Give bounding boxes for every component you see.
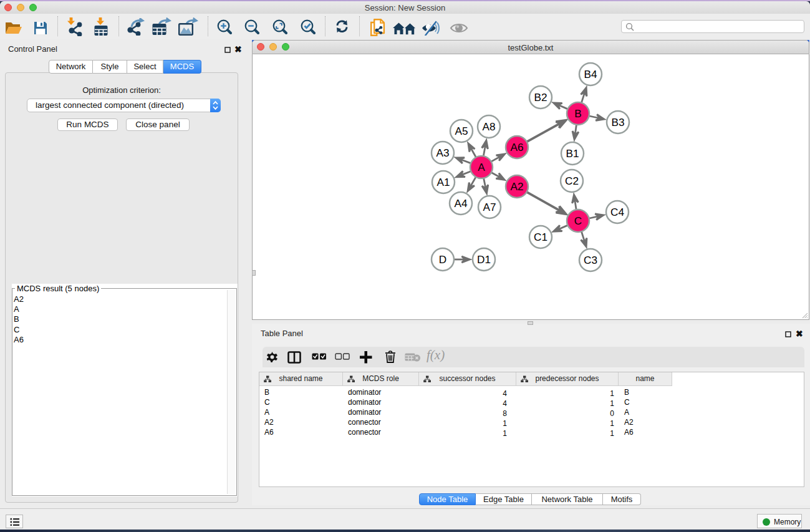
svg-text:A1: A1	[436, 176, 450, 188]
svg-text:C4: C4	[610, 206, 624, 218]
svg-text:C3: C3	[584, 254, 597, 266]
svg-text:C2: C2	[565, 175, 579, 187]
svg-text:A2: A2	[510, 180, 523, 193]
svg-text:A3: A3	[436, 147, 449, 159]
svg-text:B3: B3	[611, 116, 624, 128]
svg-text:A6: A6	[510, 141, 523, 153]
svg-text:D: D	[439, 253, 446, 266]
svg-text:A7: A7	[483, 201, 496, 213]
svg-text:B: B	[574, 107, 581, 120]
svg-text:A5: A5	[455, 125, 468, 137]
svg-text:A8: A8	[482, 120, 495, 133]
svg-text:B2: B2	[534, 91, 547, 104]
svg-text:C1: C1	[534, 231, 547, 243]
svg-text:D1: D1	[477, 253, 491, 266]
svg-text:A: A	[478, 161, 485, 173]
svg-text:A4: A4	[454, 197, 467, 210]
svg-text:C: C	[574, 215, 582, 227]
svg-text:B1: B1	[566, 147, 579, 160]
svg-text:B4: B4	[584, 68, 597, 80]
